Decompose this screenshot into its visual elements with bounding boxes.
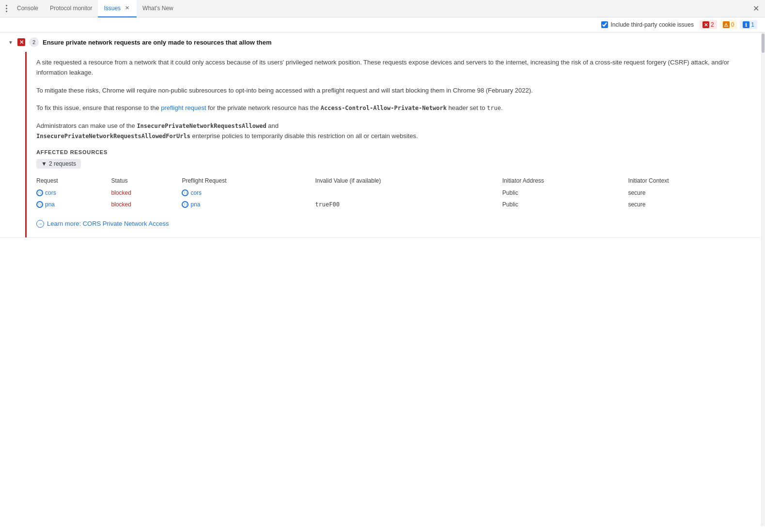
include-third-party-label[interactable]: Include third-party cookie issues <box>601 21 694 28</box>
desc3-period: . <box>501 104 503 111</box>
cell-initiator-context-0: secure <box>628 187 751 199</box>
tab-issues-close[interactable]: ✕ <box>124 4 131 12</box>
cell-preflight-1[interactable]: ↑↓pna <box>182 199 315 210</box>
desc4-and: and <box>266 122 279 129</box>
cell-initiator-address-0: Public <box>502 187 628 199</box>
warning-count-icon: ⚠ <box>723 21 730 28</box>
chevron-icon: ▼ <box>41 160 47 167</box>
scrollbar-track[interactable] <box>761 32 765 526</box>
tab-whats-new[interactable]: What's New <box>137 0 179 17</box>
desc4-before: Administrators can make use of the <box>36 122 137 129</box>
error-icon: ✕ <box>17 38 25 46</box>
tab-issues-label: Issues <box>104 5 121 12</box>
main-content: ▼ ✕ 2 Ensure private network requests ar… <box>0 32 765 526</box>
col-request: Request <box>36 174 111 187</box>
cell-initiator-context-1: secure <box>628 199 751 210</box>
tab-issues[interactable]: Issues ✕ <box>98 0 137 17</box>
tab-whats-new-label: What's New <box>142 5 173 12</box>
preflight-request-link[interactable]: preflight request <box>161 104 206 111</box>
cell-initiator-address-1: Public <box>502 199 628 210</box>
issues-toolbar: Include third-party cookie issues ✕ 2 ⚠ … <box>0 17 765 32</box>
cell-status-0: blocked <box>111 187 182 199</box>
cell-invalid-value-0 <box>315 187 502 199</box>
issue-description-3: To fix this issue, ensure that response … <box>36 103 751 113</box>
issue-description-1: A site requested a resource from a netwo… <box>36 58 751 78</box>
issue-group: ▼ ✕ 2 Ensure private network requests ar… <box>0 32 761 238</box>
learn-more-link[interactable]: → Learn more: CORS Private Network Acces… <box>36 220 751 228</box>
error-count-value: 2 <box>711 21 714 28</box>
resources-table: Request Status Preflight Request Invalid… <box>36 174 751 210</box>
col-invalid-value: Invalid Value (if available) <box>315 174 502 187</box>
issue-title: Ensure private network requests are only… <box>43 39 753 46</box>
desc3-end: header set to <box>447 104 487 111</box>
learn-more-icon: → <box>36 220 44 228</box>
warning-count-badge: ⚠ 0 <box>720 20 737 29</box>
col-preflight: Preflight Request <box>182 174 315 187</box>
desc3-before: To fix this issue, ensure that response … <box>36 104 161 111</box>
issues-panel[interactable]: ▼ ✕ 2 Ensure private network requests ar… <box>0 32 761 526</box>
tab-console-label: Console <box>17 5 38 12</box>
cell-request-1[interactable]: ↑↓pna <box>36 199 111 210</box>
close-devtools-button[interactable]: ✕ <box>749 4 763 13</box>
tab-protocol-monitor[interactable]: Protocol monitor <box>44 0 98 17</box>
col-initiator-address: Initiator Address <box>502 174 628 187</box>
col-initiator-context: Initiator Context <box>628 174 751 187</box>
warning-count-value: 0 <box>731 21 734 28</box>
issue-description-4: Administrators can make use of the Insec… <box>36 121 751 141</box>
tab-protocol-monitor-label: Protocol monitor <box>50 5 92 12</box>
cell-request-0[interactable]: ↑↓cors <box>36 187 111 199</box>
include-third-party-text: Include third-party cookie issues <box>611 21 694 28</box>
issue-counts: ✕ 2 ⚠ 0 ℹ 1 <box>700 20 757 29</box>
resources-toggle[interactable]: ▼ 2 requests <box>36 159 81 169</box>
error-count-badge: ✕ 2 <box>700 20 717 29</box>
desc4-after: enterprise policies to temporarily disab… <box>190 132 418 140</box>
desc3-code: Access-Control-Allow-Private-Network <box>321 105 447 111</box>
info-count-icon: ℹ <box>743 21 749 28</box>
cell-status-1: blocked <box>111 199 182 210</box>
cell-invalid-value-1: trueF00 <box>315 199 502 210</box>
cell-preflight-0[interactable]: ↑↓cors <box>182 187 315 199</box>
desc4-code2: InsecurePrivateNetworkRequestsAllowedFor… <box>36 133 190 140</box>
scrollbar-thumb[interactable] <box>762 33 765 53</box>
desc3-after: for the private network resource has the <box>206 104 321 111</box>
desc3-true: true <box>487 105 501 111</box>
affected-resources-label: AFFECTED RESOURCES <box>36 149 751 155</box>
desc4-code1: InsecurePrivateNetworkRequestsAllowed <box>137 123 266 129</box>
include-third-party-checkbox[interactable] <box>601 21 608 28</box>
more-tabs-button[interactable] <box>2 5 11 12</box>
issue-count-circle: 2 <box>29 37 39 47</box>
error-count-icon: ✕ <box>703 21 709 28</box>
issue-description-2: To mitigate these risks, Chrome will req… <box>36 86 751 96</box>
info-count-badge: ℹ 1 <box>740 20 757 29</box>
toggle-label: 2 requests <box>49 160 76 167</box>
col-status: Status <box>111 174 182 187</box>
issue-body: A site requested a resource from a netwo… <box>25 52 761 237</box>
info-count-value: 1 <box>751 21 754 28</box>
learn-more-label: Learn more: CORS Private Network Access <box>47 220 169 227</box>
tab-console[interactable]: Console <box>11 0 44 17</box>
chevron-down-icon: ▼ <box>8 39 14 45</box>
tab-bar: Console Protocol monitor Issues ✕ What's… <box>0 0 765 17</box>
table-row: ↑↓pnablocked↑↓pnatrueF00Publicsecure <box>36 199 751 210</box>
table-row: ↑↓corsblocked↑↓corsPublicsecure <box>36 187 751 199</box>
issue-header[interactable]: ▼ ✕ 2 Ensure private network requests ar… <box>0 32 761 52</box>
